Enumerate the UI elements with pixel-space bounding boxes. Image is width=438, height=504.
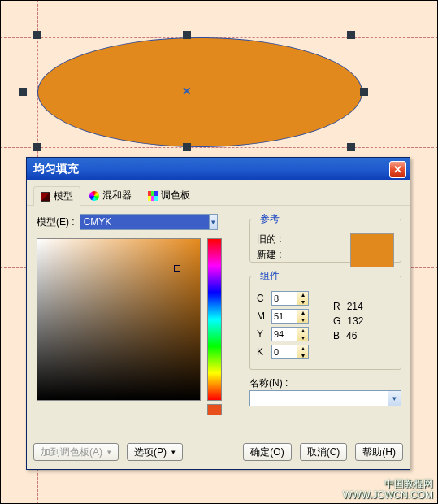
k-input[interactable] (271, 345, 297, 359)
model-input[interactable] (80, 216, 209, 228)
current-color-swatch (207, 404, 222, 415)
handle[interactable] (360, 88, 368, 96)
legend: 参考 (257, 212, 283, 226)
tab-palette[interactable]: 调色板 (141, 185, 197, 205)
combo-arrow-icon[interactable]: ▾ (209, 215, 217, 229)
tab-strip: 模型 混和器 调色板 (27, 180, 410, 206)
tab-model[interactable]: 模型 (33, 186, 80, 206)
spinner[interactable]: ▴▾ (297, 309, 309, 324)
picker-marker[interactable] (174, 265, 180, 272)
options-button[interactable]: 选项(P) (127, 443, 183, 461)
m-label: M (257, 311, 268, 322)
tab-mixer[interactable]: 混和器 (82, 185, 139, 205)
handle[interactable] (347, 143, 355, 151)
palette-icon (148, 191, 158, 201)
c-label: C (257, 293, 268, 304)
help-button[interactable]: 帮助(H) (355, 443, 403, 461)
tab-label: 混和器 (102, 189, 132, 202)
fill-dialog: 均匀填充 ✕ 模型 混和器 调色板 模型(E) : ▾ (26, 157, 410, 470)
name-input[interactable] (250, 391, 388, 406)
center-marker: ✕ (182, 85, 192, 98)
components-group: 组件 C ▴▾ M ▴▾ Y ▴▾ K ▴▾ R214 G132 B46 (249, 269, 401, 370)
model-icon (41, 192, 50, 202)
y-label: Y (257, 328, 268, 340)
spinner[interactable]: ▴▾ (297, 345, 309, 359)
model-label: 模型(E) : (37, 215, 75, 229)
dialog-title: 均匀填充 (30, 162, 79, 176)
tab-label: 模型 (54, 189, 73, 203)
reference-group: 参考 旧的 : 新建 : (249, 212, 401, 263)
new-label: 新建 : (257, 248, 282, 262)
spinner[interactable]: ▴▾ (297, 327, 309, 341)
name-combo[interactable]: ▾ (249, 390, 401, 406)
y-input[interactable] (271, 327, 297, 341)
handle[interactable] (183, 31, 191, 39)
tab-label: 调色板 (161, 189, 190, 202)
handle[interactable] (33, 31, 41, 39)
close-button[interactable]: ✕ (389, 161, 406, 178)
model-combo[interactable]: ▾ (80, 214, 218, 230)
hue-slider[interactable] (207, 238, 222, 401)
ok-button[interactable]: 确定(O) (243, 443, 291, 461)
watermark: 中国教程网 WWW.JCWCN.COM (343, 478, 433, 501)
mixer-icon (89, 191, 99, 201)
ellipse-shape[interactable] (37, 37, 362, 147)
name-label: 名称(N) : (249, 376, 288, 390)
color-field[interactable] (37, 238, 201, 401)
handle[interactable] (19, 88, 27, 96)
legend: 组件 (257, 269, 283, 283)
spinner[interactable]: ▴▾ (297, 291, 309, 306)
handle[interactable] (183, 143, 191, 151)
add-to-palette-button[interactable]: 加到调色板(A) (33, 443, 119, 461)
handle[interactable] (347, 31, 355, 39)
m-input[interactable] (271, 309, 297, 324)
cancel-button[interactable]: 取消(C) (300, 443, 348, 461)
titlebar[interactable]: 均匀填充 ✕ (27, 158, 410, 180)
c-input[interactable] (271, 291, 297, 306)
combo-arrow-icon[interactable]: ▾ (388, 391, 401, 406)
k-label: K (257, 346, 268, 358)
reference-swatch (350, 233, 394, 267)
rgb-readout: R214 G132 B46 (333, 299, 363, 343)
handle[interactable] (33, 143, 41, 151)
old-label: 旧的 : (257, 232, 282, 246)
